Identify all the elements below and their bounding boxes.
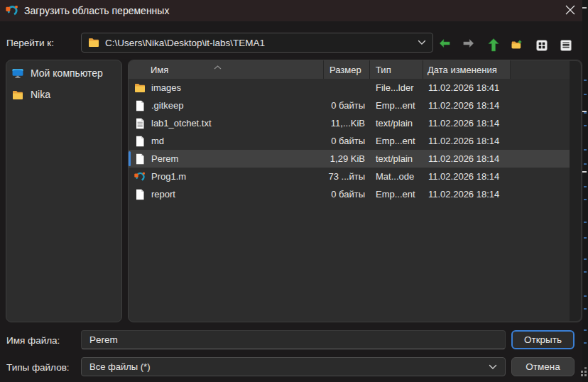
file-name: images — [151, 82, 181, 93]
titlebar: Загрузить область переменных — [0, 0, 582, 21]
file-name-cell: .gitkeep — [129, 100, 324, 111]
file-size-cell: 0 байты — [324, 136, 370, 146]
close-icon — [565, 5, 575, 17]
file-size-cell: 11,...KiB — [324, 118, 370, 129]
folder-plus-icon — [511, 38, 523, 49]
file-date-cell: 11.02.2026 18:14 — [423, 171, 511, 182]
sort-ascending-icon — [214, 61, 222, 65]
cancel-button[interactable]: Отмена — [511, 357, 575, 376]
file-type-cell: text/plain — [370, 153, 423, 164]
file-name: Prog1.m — [151, 171, 186, 182]
file-name-cell: md — [129, 136, 324, 147]
table-row[interactable]: Prog1.m73 ...йтыMat...ode11.02.2026 18:1… — [129, 168, 570, 185]
icon-view-button[interactable] — [532, 33, 552, 53]
octave-logo-icon — [6, 4, 18, 17]
file-type-cell: Mat...ode — [370, 171, 423, 182]
column-header-3[interactable]: Дата изменения — [423, 60, 511, 79]
file-name: .gitkeep — [151, 100, 184, 111]
background-minimap-marker — [582, 111, 587, 112]
table-row[interactable]: .gitkeep0 байтыEmp...ent11.02.2026 18:14 — [129, 97, 570, 114]
sidebar-item-nika[interactable]: Nika — [6, 84, 121, 105]
file-type-cell: Emp...ent — [370, 100, 423, 111]
arrow-up-icon — [488, 38, 499, 49]
load-variables-dialog: Загрузить область переменных Перейти к: … — [0, 0, 588, 382]
file-icon — [134, 100, 146, 111]
dialog-title: Загрузить область переменных — [24, 5, 169, 16]
table-row[interactable]: imagesFile...lder11.02.2026 18:41 — [129, 79, 570, 97]
sidebar-item-my-computer[interactable]: Мой компьютер — [6, 62, 121, 84]
file-name-cell: lab1_otchet.txt — [129, 118, 324, 129]
table-row[interactable]: report0 байтыEmp...ent11.02.2026 18:14 — [129, 185, 570, 203]
detail-view-button[interactable] — [556, 33, 576, 53]
file-type-cell: Emp...ent — [370, 189, 423, 200]
file-name: md — [151, 136, 164, 146]
file-icon — [134, 189, 146, 200]
resize-grip-icon — [581, 371, 583, 373]
table-row[interactable]: md0 байтыEmp...ent11.02.2026 18:14 — [129, 132, 570, 150]
file-list-scrollbar[interactable] — [570, 61, 581, 321]
file-size-cell: 1,29 KiB — [324, 153, 370, 164]
filename-label: Имя файла: — [6, 335, 60, 346]
sidebar-item-label: Мой компьютер — [31, 67, 103, 79]
table-header: ИмяРазмерТипДата изменения — [129, 60, 582, 79]
file-date-cell: 11.02.2026 18:14 — [423, 100, 511, 111]
file-name: lab1_otchet.txt — [151, 118, 212, 129]
file-name-cell: Perem — [129, 153, 324, 165]
goto-label: Перейти к: — [6, 38, 54, 48]
file-date-cell: 11.02.2026 18:14 — [423, 118, 511, 129]
chevron-down-icon — [489, 361, 497, 372]
file-name: report — [151, 189, 175, 200]
column-header-0[interactable]: Имя — [129, 60, 324, 79]
octave-logo-icon — [134, 171, 146, 182]
file-type-cell: Emp...ent — [370, 136, 423, 146]
places-sidebar: Мой компьютерNika — [6, 60, 122, 322]
file-size-cell: 73 ...йты — [324, 171, 370, 182]
file-name-cell: Prog1.m — [129, 171, 324, 182]
open-button[interactable]: Открыть — [511, 330, 575, 349]
file-icon — [134, 136, 146, 147]
file-name: Perem — [151, 153, 178, 164]
filetype-label: Типы файлов: — [6, 362, 70, 373]
folder-icon — [134, 82, 146, 94]
file-date-cell: 11.02.2026 18:14 — [423, 189, 511, 200]
filename-input[interactable] — [81, 330, 506, 349]
file-name-cell: report — [129, 189, 324, 200]
file-icon — [134, 153, 146, 165]
chevron-down-icon — [418, 40, 426, 45]
background-window-strip — [582, 0, 588, 382]
filetype-combobox[interactable]: Все файлы (*) — [81, 357, 506, 376]
column-header-1[interactable]: Размер — [324, 60, 370, 79]
folder-icon — [88, 37, 99, 48]
file-list-panel: ИмяРазмерТипДата изменения imagesFile...… — [128, 60, 582, 322]
file-size-cell: 0 байты — [324, 189, 370, 200]
grid-view-icon — [536, 38, 548, 49]
file-date-cell: 11.02.2026 18:14 — [423, 153, 511, 164]
column-header-2[interactable]: Тип — [370, 60, 423, 79]
background-code-minimap — [584, 80, 587, 81]
file-date-cell: 11.02.2026 18:14 — [423, 136, 511, 146]
forward-button[interactable] — [459, 33, 479, 53]
current-path: C:\Users\Nika\Desktop\it-labs\ТЕМА1 — [105, 38, 265, 48]
folder-icon — [12, 89, 23, 100]
text-file-icon — [134, 118, 146, 129]
computer-icon — [12, 67, 23, 79]
new-folder-button[interactable] — [507, 33, 527, 53]
back-button[interactable] — [435, 33, 454, 53]
close-button[interactable] — [561, 2, 579, 19]
file-size-cell: 0 байты — [324, 100, 370, 111]
up-button[interactable] — [484, 33, 503, 53]
file-date-cell: 11.02.2026 18:41 — [423, 82, 511, 93]
arrow-right-icon — [463, 38, 474, 49]
arrow-left-icon — [439, 38, 450, 49]
table-row[interactable]: Perem1,29 KiBtext/plain11.02.2026 18:14 — [129, 150, 570, 168]
sidebar-item-label: Nika — [31, 89, 50, 100]
file-type-cell: File...lder — [370, 82, 423, 93]
file-type-cell: text/plain — [370, 118, 423, 129]
path-combobox[interactable]: C:\Users\Nika\Desktop\it-labs\ТЕМА1 — [81, 33, 433, 53]
table-row[interactable]: lab1_otchet.txt11,...KiBtext/plain11.02.… — [129, 114, 570, 132]
file-name-cell: images — [129, 82, 324, 94]
filetype-value: Все файлы (*) — [89, 361, 150, 372]
list-view-icon — [560, 38, 572, 49]
